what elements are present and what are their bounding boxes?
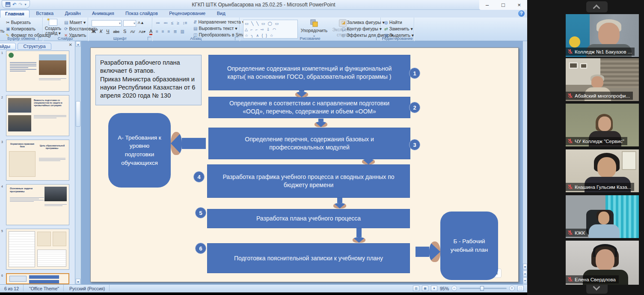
close-button[interactable]: × bbox=[513, 2, 525, 8]
align-right-icon[interactable]: ≡ bbox=[168, 29, 170, 34]
help-icon[interactable]: ? bbox=[518, 10, 525, 17]
shape-a-requirements[interactable]: А- Требования к уровню подготовки обучаю… bbox=[108, 113, 171, 188]
layout-button[interactable]: ▤Макет ▾ bbox=[64, 20, 86, 25]
zoom-in-button[interactable]: + bbox=[509, 286, 515, 291]
paste-button[interactable]: Вставить bbox=[0, 19, 4, 33]
numbering-icon[interactable]: ≕ bbox=[163, 21, 168, 25]
flow-step-2[interactable]: Определение в соответствии с направление… bbox=[208, 97, 410, 118]
grow-font-button[interactable]: A▲ bbox=[138, 21, 144, 25]
shape-fill-button2[interactable]: ◪Заливка фигуры ▾ bbox=[341, 20, 385, 25]
shape-outline-button[interactable]: ▢Контур фигуры ▾ bbox=[341, 26, 382, 31]
cut-button[interactable]: ✂Вырезать bbox=[6, 20, 31, 25]
change-case-button[interactable]: Aa▾ bbox=[139, 30, 146, 34]
slide-thumbnail-3[interactable]: Нормативно-правовая база Цель образовате… bbox=[6, 140, 69, 181]
font-dialog-launcher[interactable] bbox=[148, 37, 151, 40]
slide-thumbnail-2[interactable]: Важность подготовки со специалистом по з… bbox=[6, 95, 69, 136]
underline-button[interactable]: Ч bbox=[106, 29, 109, 34]
flow-step-1[interactable]: Определение содержания компетенций и фун… bbox=[208, 55, 410, 90]
tab-outline[interactable]: Структура bbox=[18, 43, 51, 50]
participant-video-1[interactable]: Колледж №1 Бакуазов ... bbox=[566, 14, 639, 57]
main-scrollbar[interactable]: ▼ ⏶ ⏷ bbox=[523, 41, 527, 284]
bold-button[interactable]: Ж bbox=[92, 29, 96, 34]
next-slide-button[interactable]: ⏷ bbox=[523, 277, 527, 283]
collapse-up-button[interactable] bbox=[586, 1, 608, 12]
maximize-button[interactable]: □ bbox=[497, 2, 510, 8]
copy-button[interactable]: ▣Копировать bbox=[6, 26, 36, 31]
participant-video-6[interactable]: Елена Свердлова bbox=[566, 241, 639, 285]
window-title: КГКП ШТК Орынбасарова на 25.02.25 - Micr… bbox=[192, 2, 335, 8]
tab-slideshow[interactable]: Показ слайдов bbox=[121, 10, 163, 18]
tab-view[interactable]: Вид bbox=[212, 10, 230, 18]
text-direction-button[interactable]: ⇵Направление текста ▾ bbox=[193, 19, 244, 24]
replace-button[interactable]: ⇄Заменить ▾ bbox=[384, 26, 413, 31]
tab-slides-thumbnails[interactable]: Слайды bbox=[0, 43, 16, 50]
redo-icon[interactable]: ↷ bbox=[18, 2, 22, 7]
new-slide-button[interactable]: ✷ Создать слайд ▾ bbox=[45, 19, 62, 36]
zoom-out-button[interactable]: − bbox=[451, 286, 457, 291]
theme-name[interactable]: "Office Theme" bbox=[25, 285, 64, 291]
scroll-down-icon[interactable]: ▼ bbox=[76, 279, 80, 284]
slide-thumbnail-4[interactable]: Основные задачи программы bbox=[6, 184, 69, 225]
align-left-icon[interactable]: ≡ bbox=[156, 29, 158, 34]
participant-video-4[interactable]: Кнашина Гульсим Каза... bbox=[566, 149, 639, 192]
character-spacing-button[interactable]: AV bbox=[130, 30, 135, 34]
save-icon[interactable] bbox=[6, 2, 10, 7]
panel-close-icon[interactable]: ✕ bbox=[69, 42, 72, 47]
step-number-3: 3 bbox=[409, 139, 420, 150]
font-size-combo[interactable] bbox=[123, 20, 136, 27]
shape-b-working-plan[interactable]: Б - Рабочий учебный план bbox=[440, 212, 498, 280]
scroll-down-icon[interactable]: ▼ bbox=[523, 264, 527, 270]
scrollbar-thumb[interactable] bbox=[76, 101, 80, 127]
ribbon: Вставить ✂Вырезать ▣Копировать ✎Формат п… bbox=[0, 18, 527, 41]
tab-animation[interactable]: Анимация bbox=[87, 10, 119, 18]
tab-review[interactable]: Рецензирование bbox=[164, 10, 210, 18]
participant-video-2[interactable]: Абайский многопрофи... bbox=[566, 58, 639, 101]
italic-button[interactable]: К bbox=[100, 29, 102, 34]
flow-step-6[interactable]: Подготовка пояснительной записки к учебн… bbox=[207, 243, 410, 273]
scroll-up-icon[interactable]: ▲ bbox=[76, 41, 80, 47]
zoom-slider-thumb[interactable] bbox=[480, 286, 484, 291]
zoom-slider[interactable] bbox=[460, 288, 507, 289]
slide-thumbnail-6-current[interactable] bbox=[6, 273, 69, 284]
minimize-button[interactable]: – bbox=[481, 2, 494, 8]
drawing-dialog-launcher[interactable] bbox=[376, 37, 380, 40]
zoom-level[interactable]: 95% bbox=[440, 286, 449, 291]
strikethrough-button[interactable]: abc bbox=[113, 30, 120, 34]
language-indicator[interactable]: Русский (Россия) bbox=[65, 285, 110, 291]
align-center-icon[interactable]: ≡ bbox=[162, 29, 164, 34]
tab-home[interactable]: Главная bbox=[0, 10, 30, 18]
arrange-button[interactable]: Упорядочить▾ bbox=[300, 19, 328, 38]
previous-slide-button[interactable]: ⏶ bbox=[523, 271, 527, 277]
undo-icon[interactable]: ↶ bbox=[12, 2, 16, 7]
slideshow-view-button[interactable]: ▼ bbox=[431, 286, 437, 291]
normal-view-button[interactable]: ▥ bbox=[413, 286, 419, 291]
columns-icon[interactable]: ▥ bbox=[181, 29, 184, 34]
fit-to-window-button[interactable]: ⛶ bbox=[517, 286, 524, 291]
paragraph-dialog-launcher[interactable] bbox=[235, 37, 238, 40]
panel-scrollbar[interactable]: ▲ ▼ bbox=[75, 41, 81, 284]
tab-insert[interactable]: Вставка bbox=[31, 10, 58, 18]
align-text-button[interactable]: ▤Выровнять текст ▾ bbox=[193, 26, 237, 31]
slide-canvas[interactable]: Разработка рабочего плана включает 6 эта… bbox=[90, 48, 519, 282]
flow-step-3[interactable]: Определение перечня, содержания базовых … bbox=[208, 128, 410, 159]
participant-video-3[interactable]: ЧУ Колледж "Сервис" bbox=[566, 104, 639, 146]
clipboard-dialog-launcher[interactable] bbox=[38, 37, 42, 40]
flow-step-5[interactable]: Разработка плана учебного процесса bbox=[207, 209, 410, 228]
indent-decrease-icon[interactable]: ≤ bbox=[171, 21, 174, 25]
find-button[interactable]: ◎Найти bbox=[384, 20, 402, 25]
bullets-icon[interactable]: ≔ bbox=[156, 21, 160, 25]
qat-dropdown-icon[interactable]: ▾ bbox=[24, 3, 26, 6]
line-spacing-icon[interactable]: ↕≡ bbox=[183, 21, 187, 25]
tab-design[interactable]: Дизайн bbox=[60, 10, 86, 18]
participant-video-5[interactable]: КЖК bbox=[566, 195, 639, 238]
indent-increase-icon[interactable]: ≥ bbox=[177, 21, 179, 25]
flow-step-4[interactable]: Разработка графика учебного процесса и с… bbox=[207, 164, 410, 198]
slide-thumbnail-1[interactable] bbox=[6, 51, 69, 92]
font-name-combo[interactable] bbox=[92, 20, 122, 27]
info-textbox[interactable]: Разработка рабочего плана включает 6 эта… bbox=[95, 55, 202, 105]
slide-thumbnail-5[interactable] bbox=[6, 229, 69, 270]
justify-icon[interactable]: ≣ bbox=[173, 29, 177, 34]
shadow-button[interactable]: S bbox=[123, 29, 126, 34]
slide-sorter-view-button[interactable]: ▦ bbox=[422, 286, 428, 291]
align-buttons: ≡ ≡ ≡ ≣ ▥ bbox=[156, 29, 187, 34]
